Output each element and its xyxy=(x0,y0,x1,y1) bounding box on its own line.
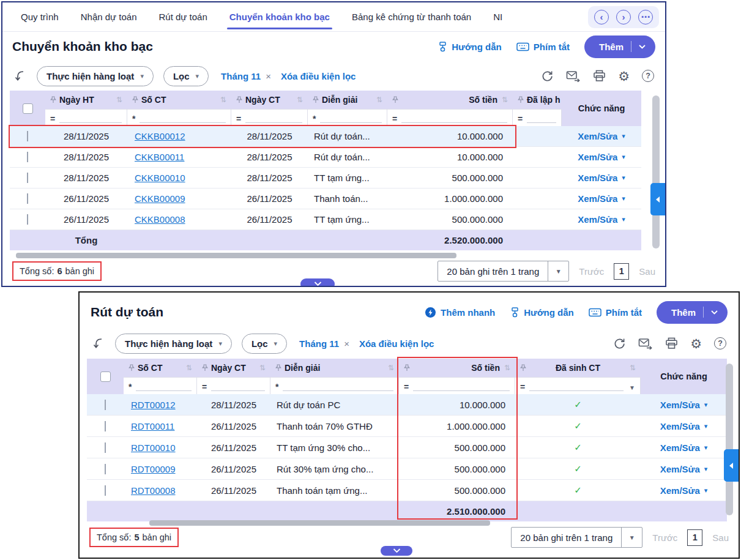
tab-scroll-right-icon[interactable]: › xyxy=(616,10,631,24)
filter-input[interactable] xyxy=(59,114,122,123)
table-row[interactable]: 28/11/2025 CKKB00011 28/11/2025 Rút dự t… xyxy=(10,147,641,168)
shortcut-link[interactable]: Phím tắt xyxy=(516,42,570,52)
filter-operator[interactable]: = xyxy=(520,383,525,391)
filter-input[interactable] xyxy=(245,114,302,123)
current-page[interactable]: 1 xyxy=(687,529,702,546)
row-checkbox[interactable] xyxy=(105,442,106,453)
gear-icon[interactable]: ⚙ xyxy=(618,70,630,83)
tab-quy-trinh[interactable]: Quy trình xyxy=(21,2,59,31)
view-edit-button[interactable]: Xem/Sửa▾ xyxy=(641,464,727,474)
pin-icon[interactable] xyxy=(202,364,208,372)
prev-page-button[interactable]: Trước xyxy=(652,532,677,543)
filter-input[interactable] xyxy=(211,383,265,391)
table-row[interactable]: RDT00008 26/11/2025 Thanh toán tạm ứng..… xyxy=(87,480,727,501)
prev-page-button[interactable]: Trước xyxy=(579,266,604,277)
side-panel-toggle[interactable] xyxy=(724,449,739,482)
filter-ngay-ct[interactable]: = xyxy=(231,109,308,126)
col-ngay-ct[interactable]: Ngày CT ⇅ xyxy=(231,91,308,109)
row-checkbox[interactable] xyxy=(27,173,28,183)
filter-operator[interactable]: = xyxy=(518,114,523,123)
email-send-icon[interactable] xyxy=(566,70,581,82)
filter-input[interactable] xyxy=(527,114,556,123)
guide-link[interactable]: Hướng dẫn xyxy=(438,42,502,52)
col-so-ct[interactable]: Số CT ⇅ xyxy=(124,359,197,377)
filter-input[interactable] xyxy=(529,383,624,391)
filter-dien-giai[interactable]: * xyxy=(270,377,399,394)
pin-icon[interactable] xyxy=(275,364,281,372)
month-filter-chip[interactable]: Tháng 11 × xyxy=(299,338,349,349)
help-icon[interactable]: ? xyxy=(714,337,726,349)
month-filter-chip[interactable]: Tháng 11 × xyxy=(221,71,271,81)
guide-link[interactable]: Hướng dẫn xyxy=(510,307,574,318)
side-panel-toggle[interactable] xyxy=(650,183,665,215)
batch-actions-dropdown[interactable]: Thực hiện hàng loạt ▾ xyxy=(115,334,232,354)
pin-icon[interactable] xyxy=(404,364,410,372)
row-checkbox[interactable] xyxy=(105,464,106,474)
chip-close-icon[interactable]: × xyxy=(344,338,349,349)
vertical-scrollbar[interactable] xyxy=(652,95,660,248)
current-page[interactable]: 1 xyxy=(614,263,629,280)
tab-more-icon[interactable]: ⋯ xyxy=(638,10,653,24)
vertical-scrollbar[interactable] xyxy=(726,364,733,515)
table-row[interactable]: 28/11/2025 CKKB00012 28/11/2025 Rút dự t… xyxy=(10,126,641,147)
document-link[interactable]: CKKB00010 xyxy=(127,173,231,183)
tab-bang-ke-chung-tu[interactable]: Bảng kê chứng từ thanh toán xyxy=(352,2,471,31)
gear-icon[interactable]: ⚙ xyxy=(690,337,702,350)
view-edit-button[interactable]: Xem/Sửa▾ xyxy=(562,131,641,141)
document-link[interactable]: CKKB00011 xyxy=(127,152,231,162)
col-so-ct[interactable]: Số CT ⇅ xyxy=(127,91,231,109)
tab-nhan-du-toan[interactable]: Nhận dự toán xyxy=(81,2,137,31)
view-edit-button[interactable]: Xem/Sửa▾ xyxy=(562,173,641,183)
pin-icon[interactable] xyxy=(392,96,398,104)
filter-operator[interactable]: = xyxy=(202,383,207,391)
table-row[interactable]: 26/11/2025 CKKB00008 26/11/2025 TT tạm ứ… xyxy=(10,209,641,230)
filter-ngay-ht[interactable]: = xyxy=(45,109,127,126)
view-edit-button[interactable]: Xem/Sửa▾ xyxy=(641,442,727,453)
filter-da-sinh-ct[interactable]: =▼ xyxy=(515,377,641,394)
printer-icon[interactable] xyxy=(665,337,678,349)
filter-dien-giai[interactable]: * xyxy=(308,109,387,126)
filter-operator[interactable]: = xyxy=(236,114,241,123)
filter-ngay-ct[interactable]: = xyxy=(197,377,270,394)
filter-operator[interactable]: * xyxy=(275,383,278,391)
next-page-button[interactable]: Sau xyxy=(712,532,729,543)
filter-da-lap[interactable]: = xyxy=(513,109,562,126)
filter-dropdown[interactable]: Lọc ▾ xyxy=(163,66,209,86)
descend-arrow-icon[interactable] xyxy=(13,69,27,83)
col-ngay-ht[interactable]: Ngày HT ⇅ xyxy=(45,91,127,109)
batch-actions-dropdown[interactable]: Thực hiện hàng loạt ▾ xyxy=(37,66,154,86)
expand-panel-button[interactable] xyxy=(381,546,412,556)
filter-input[interactable] xyxy=(140,114,226,123)
filter-operator[interactable]: = xyxy=(404,383,409,391)
refresh-icon[interactable] xyxy=(613,337,626,350)
shortcut-link[interactable]: Phím tắt xyxy=(589,307,642,318)
filter-input[interactable] xyxy=(401,114,507,123)
col-so-tien[interactable]: Số tiền ⇅ xyxy=(387,91,513,109)
add-dropdown-chevron-icon[interactable] xyxy=(639,45,646,49)
view-edit-button[interactable]: Xem/Sửa▾ xyxy=(562,152,641,162)
pin-icon[interactable] xyxy=(132,96,138,104)
tab-chuyen-khoan-kho-bac[interactable]: Chuyển khoản kho bạc xyxy=(229,2,330,31)
row-checkbox[interactable] xyxy=(105,400,106,410)
filter-so-ct[interactable]: * xyxy=(124,377,197,394)
col-ngay-ct[interactable]: Ngày CT ⇅ xyxy=(197,359,270,377)
table-row[interactable]: 26/11/2025 CKKB00009 26/11/2025 Thanh to… xyxy=(10,189,641,209)
add-dropdown-chevron-icon[interactable] xyxy=(711,310,718,315)
pin-icon[interactable] xyxy=(50,96,56,104)
filter-operator[interactable]: * xyxy=(128,383,132,391)
select-all-checkbox[interactable] xyxy=(23,103,33,114)
expand-panel-button[interactable] xyxy=(300,278,335,287)
row-checkbox[interactable] xyxy=(105,485,106,496)
document-link[interactable]: RDT00010 xyxy=(124,442,197,453)
help-icon[interactable]: ? xyxy=(642,70,654,82)
tab-scroll-left-icon[interactable]: ‹ xyxy=(594,10,609,24)
col-da-sinh-ct[interactable]: Đã sinh CT ⇅ xyxy=(515,359,641,377)
filter-input[interactable] xyxy=(136,383,192,391)
page-size-select[interactable]: 20 bản ghi trên 1 trang ▼ xyxy=(511,527,642,548)
view-edit-button[interactable]: Xem/Sửa▾ xyxy=(641,485,727,496)
filter-operator[interactable]: = xyxy=(392,114,397,123)
filter-operator[interactable]: * xyxy=(313,114,316,123)
view-edit-button[interactable]: Xem/Sửa▾ xyxy=(641,400,727,410)
table-row[interactable]: RDT00012 28/11/2025 Rút dự toán PC 10.00… xyxy=(87,394,727,416)
filter-input[interactable] xyxy=(413,383,510,391)
